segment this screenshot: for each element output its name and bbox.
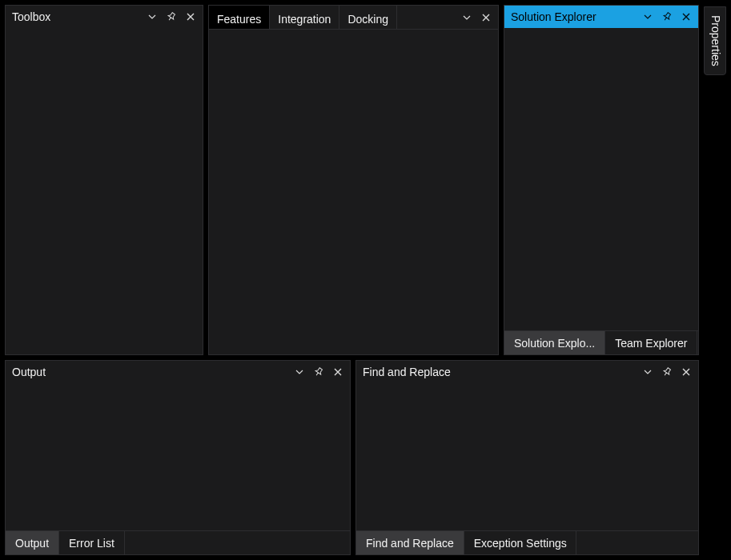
toolbox-panel: Toolbox [5,5,203,355]
solution-explorer-title: Solution Explorer [511,10,639,23]
tab-solution-explorer[interactable]: Solution Explo... [504,331,605,354]
autohide-strip: Properties [704,5,726,555]
tab-docking[interactable]: Docking [339,6,397,29]
output-title: Output [12,366,291,378]
tab-features[interactable]: Features [209,6,270,29]
toolbox-title: Toolbox [12,10,143,23]
pin-icon[interactable] [163,8,180,26]
output-bottom-tabs: Output Error List [6,530,350,554]
ide-root: Toolbox [0,0,731,560]
find-header-buttons [639,363,695,381]
toolbox-header-buttons [143,8,199,26]
output-panel: Output Output [5,360,351,555]
pin-icon[interactable] [310,363,327,381]
find-replace-panel: Find and Replace F [355,360,699,555]
top-row: Toolbox [5,5,699,355]
tab-team-explorer[interactable]: Team Explorer [605,331,697,354]
toolbox-body [6,28,203,354]
document-tabstrip: Features Integration Docking [209,6,498,30]
solution-explorer-body [504,28,698,330]
bottom-row: Output Output [5,360,699,555]
tabstrip-spacer [397,6,458,29]
close-icon[interactable] [477,9,495,26]
dropdown-icon[interactable] [291,363,308,381]
tab-output[interactable]: Output [6,531,59,554]
solution-bottom-tabs: Solution Explo... Team Explorer [504,330,698,354]
find-replace-title: Find and Replace [363,366,639,378]
output-body [6,383,350,530]
solution-explorer-header[interactable]: Solution Explorer [504,6,698,28]
find-replace-body [356,383,698,530]
dropdown-icon[interactable] [639,8,657,26]
dropdown-icon[interactable] [458,9,476,26]
close-icon[interactable] [182,8,199,26]
autohide-tab-properties[interactable]: Properties [704,6,726,75]
find-bottom-tabs: Find and Replace Exception Settings [356,530,698,554]
document-panel: Features Integration Docking [208,5,499,355]
close-icon[interactable] [677,8,695,26]
tab-error-list[interactable]: Error List [59,531,125,554]
main-column: Toolbox [5,5,699,555]
output-header[interactable]: Output [6,361,350,383]
tab-exception-settings[interactable]: Exception Settings [464,531,576,554]
tab-find-replace[interactable]: Find and Replace [356,531,464,554]
document-header-buttons [458,6,498,29]
solution-header-buttons [639,8,695,26]
close-icon[interactable] [677,363,695,381]
find-replace-header[interactable]: Find and Replace [356,361,698,383]
close-icon[interactable] [329,363,347,381]
tab-integration[interactable]: Integration [270,6,339,29]
dropdown-icon[interactable] [639,363,657,381]
document-body [209,30,498,354]
toolbox-header[interactable]: Toolbox [6,6,203,28]
solution-explorer-panel: Solution Explorer [504,5,699,355]
pin-icon[interactable] [658,8,676,26]
dropdown-icon[interactable] [143,8,161,26]
pin-icon[interactable] [658,363,676,381]
output-header-buttons [291,363,347,381]
